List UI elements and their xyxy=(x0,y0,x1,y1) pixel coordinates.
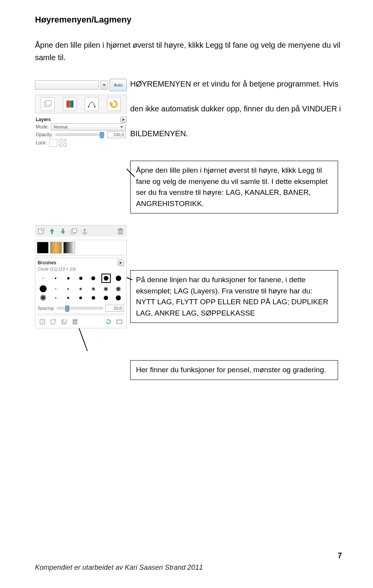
brush-grid[interactable] xyxy=(38,274,124,301)
brush-bottom-toolbar xyxy=(38,318,124,326)
delete-layer-icon[interactable] xyxy=(117,227,124,235)
svg-rect-13 xyxy=(119,230,122,234)
svg-rect-8 xyxy=(42,228,44,231)
brush-name-label: Circle (11) (13 × 13) xyxy=(38,267,124,271)
svg-rect-20 xyxy=(63,319,66,323)
opacity-label: Opacity: xyxy=(36,132,53,137)
layers-bottom-toolbar xyxy=(35,225,127,237)
brush-preset[interactable] xyxy=(91,276,95,280)
svg-rect-4 xyxy=(71,101,73,108)
intro-paragraph-1: Åpne den lille pilen i hjørnet øverst ti… xyxy=(35,39,346,64)
duplicate-brush-icon[interactable] xyxy=(60,318,68,326)
brush-preset[interactable] xyxy=(43,278,44,279)
svg-rect-21 xyxy=(73,320,77,324)
edit-brush-icon[interactable] xyxy=(38,318,46,326)
layers-tab-icon[interactable] xyxy=(41,97,55,111)
svg-rect-18 xyxy=(51,320,55,324)
opacity-value[interactable]: 100,0 xyxy=(107,131,126,138)
brush-preset[interactable] xyxy=(116,286,121,291)
layers-list-area[interactable] xyxy=(35,147,127,225)
top-input[interactable] xyxy=(35,80,99,90)
brush-preset[interactable] xyxy=(104,287,108,291)
brush-preset[interactable] xyxy=(79,297,82,299)
brush-preset[interactable] xyxy=(79,288,82,290)
brush-preset[interactable] xyxy=(104,296,108,300)
brush-preset[interactable] xyxy=(55,278,56,279)
svg-rect-22 xyxy=(73,319,77,320)
new-layer-icon[interactable] xyxy=(37,227,45,235)
brush-preset[interactable] xyxy=(79,277,82,280)
lock-alpha-toggle[interactable] xyxy=(59,139,66,147)
callout-layer-functions: På denne linjen har du funksjoner for fa… xyxy=(130,270,338,323)
mode-row: Mode: Normal xyxy=(36,123,126,130)
opacity-slider[interactable] xyxy=(55,134,105,136)
intro-paragraph-2-line-1: HØYREMENYEN er et vindu for å betjene pr… xyxy=(130,78,348,90)
brush-preset[interactable] xyxy=(92,296,95,300)
brushes-label: Brushes xyxy=(38,260,56,265)
brushes-section: Brushes Circle (11) (13 × 13) xyxy=(35,258,127,328)
new-brush-icon[interactable] xyxy=(49,318,57,326)
spacing-row: Spacing: 20,0 xyxy=(38,305,124,312)
layers-label-text: Layers xyxy=(36,117,51,122)
gimp-panel-screenshot: Auto Layers Mode: Normal Opacity: xyxy=(35,78,127,328)
lower-layer-icon[interactable] xyxy=(59,227,67,235)
brush-preset[interactable] xyxy=(92,287,95,291)
top-dropdown-icon[interactable] xyxy=(100,80,108,90)
open-as-image-icon[interactable] xyxy=(115,318,123,326)
footer-credit: Kompendiet er utarbeidet av Kari Saasen … xyxy=(35,564,203,572)
svg-rect-1 xyxy=(46,101,51,105)
brush-preset[interactable] xyxy=(55,297,56,298)
lock-label: Lock: xyxy=(36,140,47,146)
page-number: 7 xyxy=(338,551,342,560)
svg-point-11 xyxy=(84,229,85,231)
brush-preset[interactable] xyxy=(55,288,56,290)
svg-point-5 xyxy=(88,106,89,108)
brush-preset[interactable] xyxy=(40,295,46,301)
svg-rect-24 xyxy=(117,320,122,323)
spacing-slider[interactable] xyxy=(57,307,103,309)
brush-swatch[interactable] xyxy=(37,242,49,253)
raise-layer-icon[interactable] xyxy=(48,227,56,235)
anchor-layer-icon[interactable] xyxy=(81,227,89,235)
duplicate-layer-icon[interactable] xyxy=(70,227,78,235)
lock-pixels-toggle[interactable] xyxy=(49,139,57,147)
svg-rect-10 xyxy=(73,229,77,232)
mode-dropdown[interactable]: Normal xyxy=(51,123,126,130)
delete-brush-icon[interactable] xyxy=(71,318,79,326)
paths-tab-icon[interactable] xyxy=(85,97,99,111)
svg-rect-15 xyxy=(119,228,122,229)
brush-preset[interactable] xyxy=(40,285,47,292)
brush-preset[interactable] xyxy=(67,277,70,279)
channels-tab-icon[interactable] xyxy=(63,97,77,111)
svg-point-6 xyxy=(94,106,96,108)
dock-tabs-row xyxy=(35,95,127,113)
brush-preset[interactable] xyxy=(67,297,69,299)
undo-history-tab-icon[interactable] xyxy=(107,97,121,111)
opacity-row: Opacity: 100,0 xyxy=(36,131,126,138)
brushes-menu-icon[interactable] xyxy=(118,260,124,266)
svg-rect-14 xyxy=(118,229,123,230)
gradient-swatch[interactable] xyxy=(63,242,75,253)
page-title: Høyremenyen/Lagmeny xyxy=(35,15,131,25)
brush-preset[interactable] xyxy=(116,276,121,281)
slider-thumb[interactable] xyxy=(65,305,69,312)
lock-tiles xyxy=(49,139,66,147)
swatch-row xyxy=(35,240,127,255)
brush-preset[interactable] xyxy=(67,288,69,290)
panel-top-strip: Auto xyxy=(35,78,127,92)
auto-button[interactable]: Auto xyxy=(110,79,127,91)
callout-tabs: Åpne den lille pilen i hjørnet øverst ti… xyxy=(130,161,338,213)
slider-thumb[interactable] xyxy=(100,132,104,138)
brush-preset-selected[interactable] xyxy=(101,274,111,283)
pattern-swatch[interactable] xyxy=(50,242,62,253)
spacing-value[interactable]: 20,0 xyxy=(105,305,124,312)
mode-label: Mode: xyxy=(36,124,49,130)
layers-section-label: Layers xyxy=(36,116,127,123)
intro-paragraph-2-line-2: den ikke automatisk dukker opp, finner d… xyxy=(130,102,348,115)
svg-rect-3 xyxy=(69,101,71,108)
spacing-label: Spacing: xyxy=(38,306,54,310)
panel-menu-icon[interactable] xyxy=(120,116,127,123)
lock-row: Lock: xyxy=(36,139,126,147)
refresh-brushes-icon[interactable] xyxy=(105,318,112,326)
brush-preset[interactable] xyxy=(116,295,121,300)
